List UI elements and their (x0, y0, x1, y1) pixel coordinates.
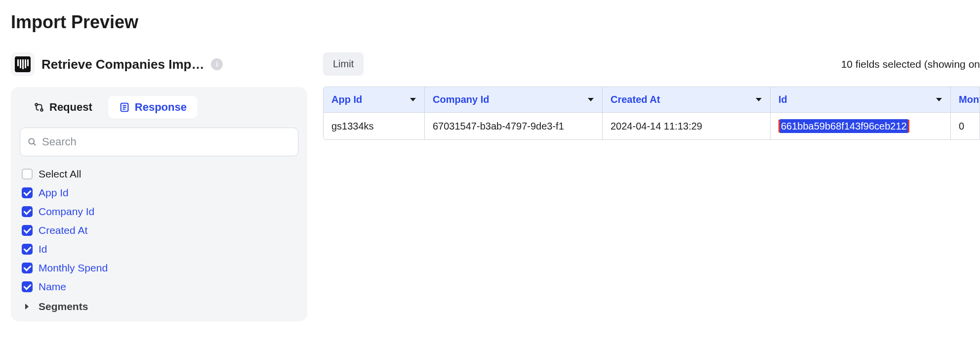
chevron-right-icon (22, 303, 33, 310)
cell-created-at: 2024-04-14 11:13:29 (603, 113, 771, 139)
cell-id[interactable]: 661bba59b68f143f96ceb212 (771, 113, 951, 139)
col-company-id[interactable]: Company Id (425, 87, 603, 112)
request-icon (34, 102, 44, 113)
cell-company-id: 67031547-b3ab-4797-9de3-f1 (425, 113, 603, 139)
checkbox-checked-icon (22, 244, 33, 255)
limit-button[interactable]: Limit (323, 52, 364, 76)
checkbox-checked-icon (22, 281, 33, 292)
tab-response[interactable]: Response (108, 96, 198, 119)
field-list: Select All App Id Company Id Created At … (20, 168, 298, 312)
col-id[interactable]: Id (771, 87, 951, 112)
chevron-down-icon (755, 97, 762, 102)
cell-app-id: gs1334ks (324, 113, 425, 139)
col-label: Created At (611, 94, 660, 105)
checkbox-unchecked-icon (22, 169, 33, 179)
field-app-id[interactable]: App Id (22, 187, 298, 199)
col-label: Company Id (433, 94, 489, 105)
col-label: Id (778, 94, 787, 105)
col-app-id[interactable]: App Id (324, 87, 425, 112)
col-created-at[interactable]: Created At (603, 87, 771, 112)
tab-request[interactable]: Request (23, 96, 103, 119)
source-header: Retrieve Companies Imp… i (11, 52, 307, 76)
field-label: Created At (39, 224, 87, 236)
chevron-down-icon (409, 97, 416, 102)
field-created-at[interactable]: Created At (22, 224, 298, 236)
chevron-down-icon (587, 97, 594, 102)
col-month[interactable]: Month (951, 87, 980, 112)
col-label: Month (959, 94, 980, 105)
field-company-id[interactable]: Company Id (22, 206, 298, 218)
checkbox-checked-icon (22, 225, 33, 236)
tab-request-label: Request (49, 101, 92, 114)
cell-id-value: 661bba59b68f143f96ceb212 (780, 119, 908, 133)
chevron-down-icon (936, 97, 942, 102)
field-label: Company Id (39, 206, 94, 218)
response-icon (119, 102, 130, 113)
search-icon (27, 137, 37, 147)
intercom-logo (11, 52, 35, 76)
tabs: Request Response (20, 96, 298, 119)
source-name: Retrieve Companies Imp… (41, 57, 204, 72)
table-header: App Id Company Id Created At Id Month (324, 87, 980, 113)
sidebar-panel: Request Response Select All (11, 87, 307, 321)
select-all[interactable]: Select All (22, 168, 298, 180)
field-label: Segments (39, 301, 88, 312)
svg-line-7 (34, 143, 36, 145)
tab-response-label: Response (135, 101, 187, 114)
field-id[interactable]: Id (22, 243, 298, 255)
field-name[interactable]: Name (22, 281, 298, 293)
field-label: Id (39, 243, 47, 255)
cell-month: 0 (951, 113, 980, 139)
search-input[interactable] (42, 135, 291, 148)
checkbox-checked-icon (22, 263, 33, 273)
field-label: Monthly Spend (39, 262, 108, 274)
preview-table: App Id Company Id Created At Id Month (323, 87, 980, 140)
field-segments[interactable]: Segments (22, 301, 298, 312)
highlight-box: 661bba59b68f143f96ceb212 (778, 120, 909, 133)
checkbox-checked-icon (22, 206, 33, 217)
page-title: Import Preview (11, 12, 980, 33)
info-icon[interactable]: i (211, 58, 223, 70)
table-row: gs1334ks 67031547-b3ab-4797-9de3-f1 2024… (324, 113, 980, 139)
field-label: App Id (39, 187, 69, 199)
select-all-label: Select All (39, 168, 81, 180)
fields-selected-text: 10 fields selected (showing on (841, 58, 980, 70)
checkbox-checked-icon (22, 187, 33, 198)
field-label: Name (39, 281, 66, 293)
col-label: App Id (331, 94, 362, 105)
field-monthly-spend[interactable]: Monthly Spend (22, 262, 298, 274)
search-input-wrap[interactable] (20, 128, 298, 156)
